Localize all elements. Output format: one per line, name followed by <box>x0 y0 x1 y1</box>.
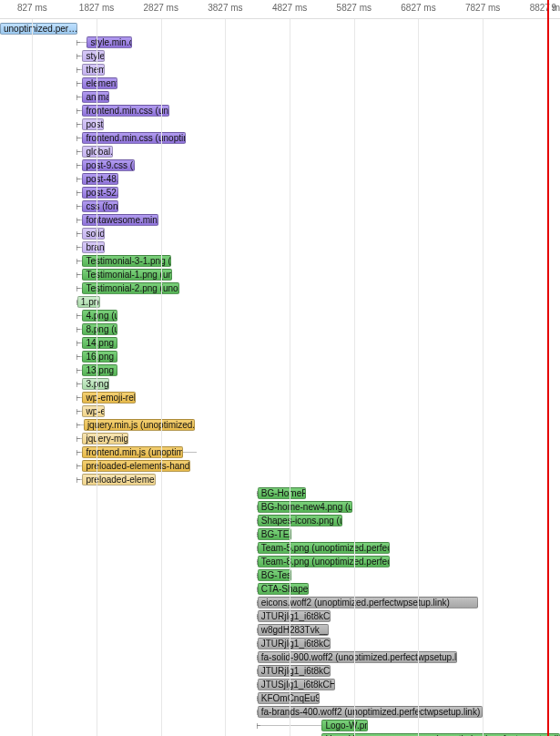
request-bar[interactable]: fontawesome.min.css (unop… <box>82 214 158 226</box>
request-row[interactable]: Testimonial-1.png (unoptimized… <box>0 268 560 281</box>
request-row[interactable]: preloaded-elements-handlers.min.js (… <box>0 459 560 473</box>
request-row[interactable]: wp-emoji-release.… <box>0 391 560 404</box>
request-bar[interactable]: css (fonts.g… <box>82 200 118 212</box>
request-bar[interactable]: post-1… <box>82 118 103 130</box>
request-bar[interactable]: solid.m… <box>82 228 105 240</box>
request-row[interactable]: unoptimized.per… <box>0 22 560 36</box>
request-row[interactable]: JTURjIg1_i6t8kCHKm45_aZ… <box>0 637 560 650</box>
request-bar[interactable]: brands.… <box>82 241 105 253</box>
request-row[interactable]: 1.png (… <box>0 295 560 309</box>
request-bar[interactable]: JTURjIg1_i6t8kCHKm45_aZ… <box>258 638 331 649</box>
request-row[interactable]: JTURjIg1_i6t8kCHKm45_cJ… <box>0 609 560 623</box>
request-row[interactable]: Logo-W.png (un… <box>0 719 560 732</box>
request-bar[interactable]: unoptimized.per… <box>0 23 77 35</box>
request-row[interactable]: post-48.css … <box>0 172 560 186</box>
request-row[interactable]: 16.png (uno… <box>0 350 560 363</box>
request-bar[interactable]: 4.png (unop… <box>82 310 117 322</box>
request-bar[interactable]: JTURjIg1_i6t8kCHKm45_cJ… <box>258 610 331 622</box>
request-bar[interactable]: theme… <box>82 64 105 76</box>
request-row[interactable]: fa-brands-400.woff2 (unoptimized.perfect… <box>0 705 560 719</box>
request-row[interactable]: fa-solid-900.woff2 (unoptimized.perfectw… <box>0 650 560 664</box>
request-row[interactable]: frontend.min.css (unoptimized.perf… <box>0 131 560 145</box>
request-bar[interactable]: fa-solid-900.woff2 (unoptimized.perfectw… <box>258 651 457 663</box>
request-row[interactable]: solid.m… <box>0 227 560 240</box>
request-row[interactable]: elementor-ic… <box>0 77 560 90</box>
request-row[interactable]: post-52.css … <box>0 186 560 199</box>
request-row[interactable]: animatio… <box>0 90 560 104</box>
request-bar[interactable]: frontend.min.css (unoptimized.perf… <box>82 132 185 144</box>
request-row[interactable]: Shapes-icons.png (unoptimiz… <box>0 514 560 527</box>
request-row[interactable]: BG-Testem… <box>0 568 560 582</box>
request-bar[interactable]: 14.png (uno… <box>82 337 117 349</box>
request-row[interactable]: style.min.css (un… <box>0 36 560 49</box>
request-bar[interactable]: preloaded-elements-hand… <box>82 474 156 486</box>
request-row[interactable]: style.m… <box>0 49 560 63</box>
request-bar[interactable]: wp-emoji-release.… <box>82 392 136 404</box>
request-row[interactable]: preloaded-elements-hand… <box>0 473 560 486</box>
request-row[interactable]: 13.png (uno… <box>0 363 560 377</box>
request-bar[interactable]: Logo-W.png (un… <box>321 720 368 731</box>
request-row[interactable]: Testimonial-2.png (unoptimized.p… <box>0 281 560 295</box>
request-bar[interactable]: 13.png (uno… <box>82 364 117 376</box>
request-bar[interactable]: w8gdH283Tvk__Lua32Tysj… <box>258 624 329 636</box>
request-bar[interactable]: 8.png (unop… <box>82 323 117 335</box>
request-bar[interactable]: elementor-ic… <box>82 77 117 89</box>
request-bar[interactable]: wp-emb… <box>82 405 105 417</box>
request-bar[interactable]: Shapes-icons.png (unoptimiz… <box>258 515 342 526</box>
request-row[interactable]: 14.png (uno… <box>0 336 560 350</box>
request-bar[interactable]: frontend.min.js (unoptimized.perfe… <box>82 446 183 458</box>
request-row[interactable]: Team-8.png (unoptimized.perfectwpsetup.l… <box>0 555 560 568</box>
request-row[interactable]: fontawesome.min.css (unop… <box>0 213 560 227</box>
request-bar[interactable]: BG-home-new4.png (unoptimized.… <box>258 501 353 513</box>
axis-tick: 2827 ms <box>144 3 178 13</box>
request-row[interactable]: KFOmCnqEu92Fr1Mu4… <box>0 691 560 705</box>
request-bar[interactable]: BG-HomePage-Hig… <box>258 487 307 499</box>
request-row[interactable]: JTUSjIg1_i6t8kCHKm459W… <box>0 678 560 691</box>
request-bar[interactable]: style.m… <box>82 50 105 62</box>
request-bar[interactable]: CTA-Shapes.png (… <box>258 583 310 595</box>
request-bar[interactable]: post-48.css … <box>82 173 118 185</box>
request-row[interactable]: Team-5.png (unoptimized.perfectwpsetup.l… <box>0 541 560 555</box>
request-bar[interactable]: fa-brands-400.woff2 (unoptimized.perfect… <box>258 706 483 718</box>
request-row[interactable]: post-1… <box>0 118 560 131</box>
request-bar[interactable]: Team-5.png (unoptimized.perfectwpsetup.l… <box>258 542 391 554</box>
request-row[interactable]: Testimonial-3-1.png (unoptimiz… <box>0 254 560 268</box>
request-row[interactable]: css (fonts.g… <box>0 199 560 213</box>
request-row[interactable]: JTURjIg1_i6t8kCHKm45_Z… <box>0 664 560 678</box>
request-row[interactable]: frontend.min.css (unoptimized… <box>0 104 560 118</box>
request-bar[interactable]: KFOmCnqEu92Fr1Mu4… <box>258 692 320 704</box>
request-bar[interactable]: post-52.css … <box>82 187 118 199</box>
request-bar[interactable]: Team-8.png (unoptimized.perfectwpsetup.l… <box>258 556 391 567</box>
request-bar[interactable]: JTURjIg1_i6t8kCHKm45_Z… <box>258 665 331 677</box>
request-bar[interactable]: JTUSjIg1_i6t8kCHKm459W… <box>258 679 335 690</box>
request-row[interactable]: post-9.css (unopti… <box>0 158 560 172</box>
request-row[interactable]: 8.png (unop… <box>0 322 560 336</box>
request-row[interactable]: jquery-migrate.… <box>0 432 560 445</box>
request-row[interactable]: brands.… <box>0 240 560 254</box>
request-row[interactable]: jquery.min.js (unoptimized.perfectwp… <box>0 418 560 432</box>
request-row[interactable]: BG-TEAN-H… <box>0 527 560 541</box>
request-bar[interactable]: preloaded-elements-handlers.min.js (… <box>82 460 190 472</box>
request-bar[interactable]: global.css… <box>82 146 112 158</box>
request-row[interactable]: BG-home-new4.png (unoptimized.… <box>0 500 560 514</box>
request-row[interactable]: 3.png (u… <box>0 377 560 391</box>
request-row[interactable]: wp-emb… <box>0 404 560 418</box>
request-row[interactable]: frontend.min.js (unoptimized.perfe… <box>0 445 560 459</box>
request-bar[interactable]: BG-TEAN-H… <box>258 528 291 540</box>
request-row[interactable]: CTA-Shapes.png (… <box>0 582 560 596</box>
request-bar[interactable]: jquery-migrate.… <box>82 433 128 445</box>
request-bar[interactable]: post-9.css (unopti… <box>82 159 135 171</box>
request-bar[interactable]: BG-Testem… <box>258 569 291 581</box>
request-row[interactable]: 4.png (unop… <box>0 309 560 322</box>
request-bar[interactable]: eicons.woff2 (unoptimized.perfectwpsetup… <box>258 597 478 608</box>
request-bar[interactable]: jquery.min.js (unoptimized.perfectwp… <box>84 419 195 431</box>
request-row[interactable]: w8gdH283Tvk__Lua32Tysj… <box>0 623 560 637</box>
request-bar[interactable]: frontend.min.css (unoptimized… <box>82 105 168 117</box>
request-row[interactable]: Hero-Home-page-new.png (unoptimized.perf… <box>0 732 560 736</box>
request-row[interactable]: BG-HomePage-Hig… <box>0 486 560 500</box>
request-row[interactable]: theme… <box>0 63 560 77</box>
request-bar[interactable]: style.min.css (un… <box>87 36 131 48</box>
request-row[interactable]: eicons.woff2 (unoptimized.perfectwpsetup… <box>0 596 560 609</box>
request-bar[interactable]: 16.png (uno… <box>82 351 117 363</box>
request-row[interactable]: global.css… <box>0 145 560 158</box>
